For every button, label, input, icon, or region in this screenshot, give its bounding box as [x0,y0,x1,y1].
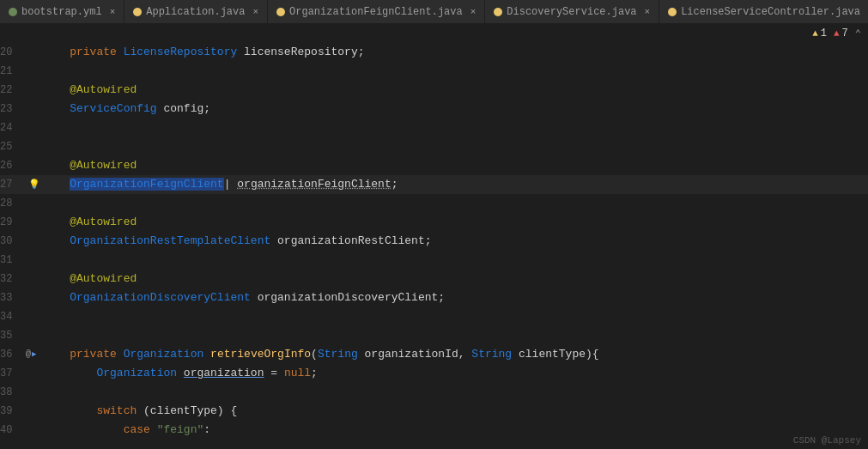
line-32: 32 @Autowired [0,270,868,288]
expand-icon[interactable]: ⌃ [855,27,861,40]
line-num-22: 22 [0,81,26,100]
line-num-39: 39 [0,402,26,421]
code-40: case "feign": [43,421,868,440]
warning-bar: ▲ 1 ▲ 7 ⌃ [0,24,868,43]
tab-application[interactable]: Application.java × [124,0,268,24]
code-22: @Autowired [43,81,868,100]
indicator-27: 💡 [26,175,43,194]
line-num-21: 21 [0,62,26,81]
line-num-20: 20 [0,43,26,62]
code-29: @Autowired [43,213,868,232]
line-num-34: 34 [0,307,26,326]
line-24: 24 [0,118,868,137]
code-36: private Organization retrieveOrgInfo(Str… [43,345,868,364]
line-num-30: 30 [0,232,26,251]
code-33: OrganizationDiscoveryClient organization… [43,288,868,307]
tab-icon-org-feign [276,8,285,16]
line-25: 25 [0,137,868,156]
line-22: 22 @Autowired [0,81,868,100]
line-34: 34 [0,307,868,326]
tab-label-application: Application.java [146,6,245,18]
line-num-26: 26 [0,156,26,175]
line-35: 35 [0,326,868,345]
line-num-23: 23 [0,100,26,118]
tab-label-bootstrap: bootstrap.yml [21,6,102,18]
line-39: 39 switch (clientType) { [0,402,868,421]
code-27: OrganizationFeignClient| organizationFei… [43,175,868,194]
code-content: 20 private LicenseRepository licenseRepo… [0,43,868,449]
editor: 20 private LicenseRepository licenseRepo… [0,43,868,449]
arrow-icon: ▶ [32,345,36,364]
tab-bar: bootstrap.yml × Application.java × Organ… [0,0,868,24]
line-36: 36 @▶ private Organization retrieveOrgIn… [0,345,868,364]
error-triangle-icon: ▲ [834,28,840,39]
line-num-32: 32 [0,270,26,288]
line-33: 33 OrganizationDiscoveryClient organizat… [0,288,868,307]
close-icon-discovery[interactable]: × [645,7,651,17]
tab-bootstrap[interactable]: bootstrap.yml × [0,0,124,24]
warning-count: 1 [821,27,827,39]
watermark: CSDN @Lapsey [793,435,861,446]
line-num-27: 27 [0,175,26,194]
line-31: 31 [0,251,868,270]
line-num-33: 33 [0,288,26,307]
line-29: 29 @Autowired [0,213,868,232]
tab-icon-discovery [494,8,502,16]
code-26: @Autowired [43,156,868,175]
line-27: 27 💡 OrganizationFeignClient| organizati… [0,175,868,194]
code-39: switch (clientType) { [43,402,868,421]
line-num-40: 40 [0,421,26,440]
close-icon-application[interactable]: × [252,7,258,17]
tab-icon-license-ctrl [668,8,677,16]
line-28: 28 [0,194,868,213]
code-30: OrganizationRestTemplateClient organizat… [43,232,868,251]
warning-count-item: ▲ 1 [812,27,827,39]
line-num-24: 24 [0,118,26,137]
code-23: ServiceConfig config; [43,100,868,118]
error-count: 7 [842,27,848,39]
line-num-28: 28 [0,194,26,213]
tab-icon-bootstrap [9,8,17,16]
code-37: Organization organization = null; [43,364,868,383]
error-count-item: ▲ 7 [834,27,848,39]
line-30: 30 OrganizationRestTemplateClient organi… [0,232,868,251]
line-num-29: 29 [0,213,26,232]
tab-label-license-ctrl: LicenseServiceController.java [681,6,860,18]
line-40: 40 case "feign": [0,421,868,440]
line-num-31: 31 [0,251,26,270]
at-icon: @ [26,345,31,364]
warning-triangle-icon: ▲ [812,28,818,39]
indicator-36: @▶ [26,345,43,364]
tab-icon-application [133,8,142,16]
line-num-35: 35 [0,326,26,345]
line-37: 37 Organization organization = null; [0,364,868,383]
line-num-25: 25 [0,137,26,156]
line-26: 26 @Autowired [0,156,868,175]
line-num-36: 36 [0,345,26,364]
tab-label-discovery: DiscoveryService.java [507,6,636,18]
close-icon-bootstrap[interactable]: × [110,7,116,17]
line-38: 38 [0,383,868,402]
line-23: 23 ServiceConfig config; [0,100,868,118]
line-21: 21 [0,62,868,81]
line-num-38: 38 [0,383,26,402]
code-20: private LicenseRepository licenseReposit… [43,43,868,62]
tab-label-org-feign: OrganizationFeignClient.java [289,6,463,18]
tab-license-controller[interactable]: LicenseServiceController.java × [659,0,868,24]
tab-org-feign-client[interactable]: OrganizationFeignClient.java × [268,0,485,24]
code-32: @Autowired [43,270,868,288]
line-num-37: 37 [0,364,26,383]
line-20: 20 private LicenseRepository licenseRepo… [0,43,868,62]
close-icon-org-feign[interactable]: × [470,7,476,17]
tab-discovery-service[interactable]: DiscoveryService.java × [485,0,659,24]
bulb-icon[interactable]: 💡 [28,179,40,190]
